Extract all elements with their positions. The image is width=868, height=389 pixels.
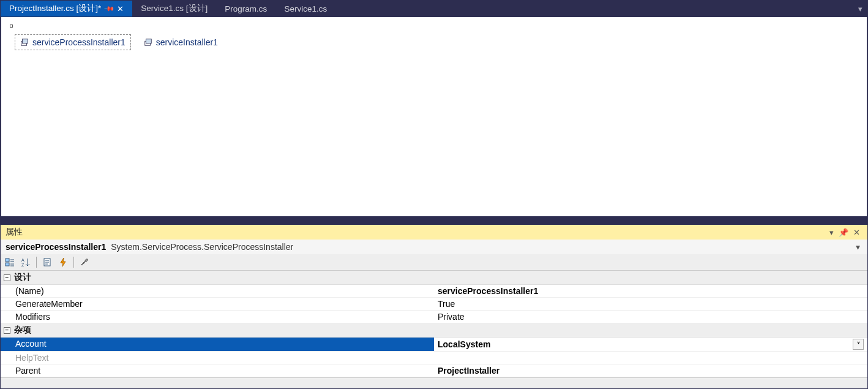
property-row-parent[interactable]: Parent ProjectInstaller: [1, 364, 867, 377]
wrench-icon: [80, 257, 89, 267]
property-row-helptext[interactable]: HelpText: [1, 352, 867, 364]
property-row-name[interactable]: (Name) serviceProcessInstaller1: [1, 285, 867, 298]
svg-rect-3: [146, 39, 151, 43]
wrench-button[interactable]: [78, 255, 91, 269]
tab-service1-cs[interactable]: Service1.cs: [275, 1, 335, 17]
property-row-account[interactable]: Account LocalSystem ˅: [1, 338, 867, 352]
property-row-modifiers[interactable]: Modifiers Private: [1, 311, 867, 323]
category-label: 杂项: [14, 325, 31, 336]
property-value-text: LocalSystem: [438, 339, 490, 349]
properties-title: 属性: [6, 227, 23, 238]
document-tab-bar: ProjectInstaller.cs [设计]* 📌 ✕ Service1.c…: [1, 1, 867, 17]
alphabetical-button[interactable]: AZ: [19, 255, 32, 269]
svg-rect-5: [6, 263, 9, 266]
categorized-button[interactable]: [3, 255, 17, 269]
category-misc[interactable]: − 杂项: [1, 323, 867, 338]
tab-label: Program.cs: [225, 4, 267, 13]
close-icon[interactable]: ✕: [851, 228, 862, 237]
expander-icon[interactable]: −: [4, 274, 10, 281]
property-name: Parent: [1, 364, 434, 377]
designer-resize-handle[interactable]: [10, 25, 13, 28]
property-name: GenerateMember: [1, 298, 434, 310]
alphabetical-icon: AZ: [21, 257, 31, 267]
component-label: serviceProcessInstaller1: [32, 37, 125, 47]
property-value[interactable]: LocalSystem ˅: [434, 338, 867, 351]
properties-description-area: [1, 377, 867, 388]
component-tray: serviceProcessInstaller1 serviceInstalle…: [15, 34, 858, 50]
tab-label: Service1.cs: [284, 4, 327, 13]
expander-icon[interactable]: −: [4, 327, 10, 334]
component-serviceinstaller1[interactable]: serviceInstaller1: [138, 34, 223, 50]
category-design[interactable]: − 设计: [1, 271, 867, 285]
tab-overflow-dropdown-icon[interactable]: ▾: [858, 4, 862, 13]
property-value[interactable]: Private: [434, 311, 867, 323]
designer-surface[interactable]: serviceProcessInstaller1 serviceInstalle…: [1, 17, 867, 217]
property-name: (Name): [1, 285, 434, 297]
properties-title-bar: 属性 ▾ 📌 ✕: [1, 225, 867, 240]
tab-label: ProjectInstaller.cs [设计]*: [9, 3, 101, 14]
component-icon: [144, 38, 152, 47]
properties-toolbar: AZ: [1, 254, 867, 271]
horizontal-splitter[interactable]: [1, 217, 867, 224]
property-name: HelpText: [1, 352, 434, 364]
lightning-icon: [58, 257, 68, 267]
page-icon: [42, 257, 52, 267]
pin-icon[interactable]: 📌: [103, 2, 115, 14]
component-serviceprocessinstaller1[interactable]: serviceProcessInstaller1: [15, 34, 131, 50]
toolbar-separator: [36, 257, 37, 268]
property-value[interactable]: [434, 352, 867, 364]
svg-rect-4: [6, 259, 9, 262]
dropdown-button[interactable]: ˅: [853, 339, 864, 350]
tab-program-cs[interactable]: Program.cs: [216, 1, 275, 17]
property-pages-button[interactable]: [40, 255, 54, 269]
properties-panel: 属性 ▾ 📌 ✕ serviceProcessInstaller1 System…: [1, 224, 867, 388]
component-label: serviceInstaller1: [156, 37, 218, 47]
properties-grid: − 设计 (Name) serviceProcessInstaller1 Gen…: [1, 271, 867, 377]
events-button[interactable]: [56, 255, 70, 269]
property-row-generatemember[interactable]: GenerateMember True: [1, 298, 867, 311]
property-value[interactable]: serviceProcessInstaller1: [434, 285, 867, 297]
property-name: Modifiers: [1, 311, 434, 323]
property-value[interactable]: True: [434, 298, 867, 310]
close-icon[interactable]: ✕: [117, 4, 124, 13]
window-position-icon[interactable]: ▾: [827, 228, 836, 237]
toolbar-separator: [73, 257, 74, 268]
categorized-icon: [5, 257, 15, 267]
properties-object-selector[interactable]: serviceProcessInstaller1 System.ServiceP…: [1, 240, 867, 254]
category-label: 设计: [14, 272, 31, 283]
svg-text:Z: Z: [21, 263, 24, 267]
tab-label: Service1.cs [设计]: [141, 3, 208, 14]
property-value[interactable]: ProjectInstaller: [434, 364, 867, 377]
property-name: Account: [1, 338, 434, 351]
object-dropdown-icon[interactable]: ▾: [853, 242, 862, 252]
tab-projectinstaller-design[interactable]: ProjectInstaller.cs [设计]* 📌 ✕: [1, 1, 132, 17]
selected-object-type: System.ServiceProcess.ServiceProcessInst…: [111, 242, 293, 252]
svg-rect-1: [23, 39, 28, 43]
component-icon: [20, 38, 29, 47]
tab-service1-design[interactable]: Service1.cs [设计]: [132, 1, 216, 17]
svg-text:A: A: [21, 258, 24, 262]
autohide-pin-icon[interactable]: 📌: [836, 228, 851, 237]
selected-object-name: serviceProcessInstaller1: [6, 242, 106, 252]
